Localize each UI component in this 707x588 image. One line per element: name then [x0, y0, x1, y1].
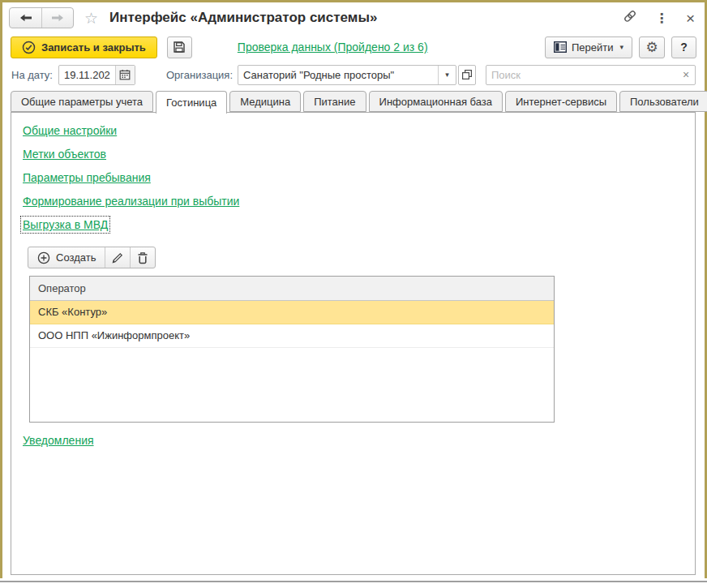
open-form-icon — [462, 70, 472, 79]
calendar-icon — [119, 69, 131, 80]
form-window-icon — [554, 41, 567, 53]
delete-button[interactable] — [131, 247, 155, 268]
history-nav-group — [9, 7, 74, 28]
hotel-tab-panel: Общие настройкиМетки объектовПараметры п… — [11, 112, 696, 575]
tab-5[interactable]: Информационная база — [369, 91, 503, 112]
page-title: Интерфейс «Администратор системы» — [109, 10, 377, 26]
tab-6[interactable]: Интернет-сервисы — [505, 91, 617, 112]
back-button[interactable] — [10, 8, 41, 28]
tab-bar: Общие параметры учетаГостиницаМедицинаПи… — [11, 91, 707, 113]
table-row[interactable]: СКБ «Контур» — [30, 301, 554, 324]
data-check-link[interactable]: Проверка данных (Пройдено 2 из 6) — [238, 41, 428, 54]
more-menu-icon[interactable]: ⋮ — [655, 11, 668, 26]
link-row: Параметры пребывания — [23, 170, 695, 185]
command-bar: Записать и закрыть Проверка данных (Прой… — [2, 34, 705, 60]
link-row: Общие настройки — [23, 123, 695, 138]
link-row: Выгрузка в МВД — [23, 217, 695, 232]
operators-table: Оператор СКБ «Контур»ООО НПП «Ижинформпр… — [29, 276, 555, 423]
settings-links: Общие настройкиМетки объектовПараметры п… — [23, 123, 695, 232]
plus-circle-icon — [37, 251, 50, 264]
pencil-icon — [111, 251, 124, 264]
search-input[interactable] — [486, 66, 677, 84]
operators-toolbar: Создать — [28, 247, 156, 268]
get-link-icon[interactable] — [623, 9, 637, 27]
link-row: Метки объектов — [23, 147, 695, 161]
settings-link[interactable]: Выгрузка в МВД — [23, 218, 108, 231]
date-label: На дату: — [11, 69, 53, 81]
goto-button[interactable]: Перейти ▾ — [545, 36, 632, 58]
chevron-down-icon: ▾ — [445, 71, 449, 79]
organization-input[interactable] — [238, 66, 438, 84]
table-row[interactable]: ООО НПП «Ижинформпроект» — [30, 324, 554, 348]
organization-field: ▾ — [238, 65, 456, 85]
title-bar: ☆ Интерфейс «Администратор системы» ⋮ × — [2, 2, 705, 33]
link-row: Формирование реализации при выбытии — [23, 194, 695, 208]
tab-1[interactable]: Общие параметры учета — [11, 91, 153, 112]
organization-open-button[interactable] — [458, 65, 476, 85]
tab-3[interactable]: Медицина — [229, 91, 301, 112]
search-clear-button[interactable]: × — [677, 66, 695, 84]
organization-dropdown-button[interactable]: ▾ — [438, 66, 456, 84]
forward-button[interactable] — [41, 8, 73, 28]
organization-label: Организация: — [166, 69, 233, 81]
operator-column-header[interactable]: Оператор — [30, 277, 554, 301]
tab-4[interactable]: Питание — [303, 91, 366, 112]
clear-x-icon: × — [683, 68, 689, 81]
settings-link[interactable]: Метки объектов — [23, 148, 106, 161]
create-button[interactable]: Создать — [28, 247, 105, 268]
trash-icon — [137, 251, 148, 264]
gear-icon: ⚙ — [645, 39, 658, 56]
back-arrow-icon — [20, 14, 32, 22]
save-button[interactable] — [167, 36, 192, 58]
notifications-link[interactable]: Уведомления — [23, 434, 94, 447]
settings-link[interactable]: Общие настройки — [23, 124, 117, 137]
chevron-down-icon: ▾ — [619, 43, 623, 51]
filter-bar: На дату: Организация: ▾ × — [2, 62, 705, 88]
calendar-picker-button[interactable] — [115, 66, 135, 84]
search-field: × — [486, 65, 696, 85]
floppy-save-icon — [173, 41, 186, 54]
tab-7[interactable]: Пользователи — [619, 91, 707, 112]
tab-2[interactable]: Гостиница — [156, 91, 227, 114]
settings-link[interactable]: Параметры пребывания — [23, 171, 151, 184]
favorite-star-icon[interactable]: ☆ — [84, 11, 98, 26]
help-button[interactable]: ? — [671, 36, 696, 58]
window-bottom-edge — [0, 581, 707, 582]
forward-arrow-icon — [52, 14, 63, 22]
settings-link[interactable]: Формирование реализации при выбытии — [23, 195, 239, 208]
operators-tbody: СКБ «Контур»ООО НПП «Ижинформпроект» — [30, 301, 554, 348]
date-input[interactable] — [59, 66, 115, 84]
edit-button[interactable] — [105, 247, 130, 268]
save-and-close-button[interactable]: Записать и закрыть — [11, 36, 157, 58]
settings-gear-button[interactable]: ⚙ — [639, 36, 665, 58]
date-field — [58, 65, 135, 85]
close-icon[interactable]: × — [686, 11, 695, 26]
check-circle-icon — [22, 41, 36, 54]
